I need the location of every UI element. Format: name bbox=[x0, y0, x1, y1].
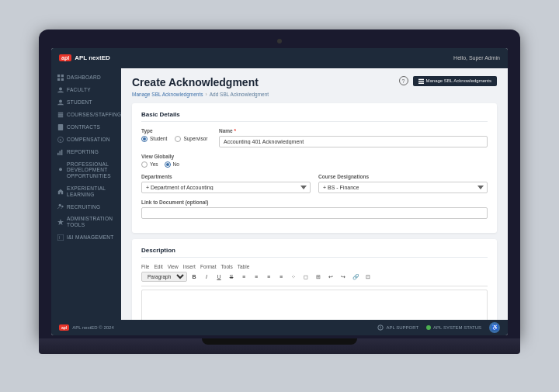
svg-rect-23 bbox=[418, 78, 424, 79]
list-number-button[interactable]: ◻ bbox=[300, 272, 311, 283]
bottom-bar: apl APL nextED © 2024 APL SUPPORT APL SY… bbox=[51, 320, 508, 335]
type-supervisor-radio[interactable] bbox=[175, 136, 181, 142]
view-globally-label: View Globally bbox=[141, 154, 211, 159]
type-group: Type Student Supervisor bbox=[141, 128, 211, 142]
menu-view[interactable]: View bbox=[168, 264, 179, 269]
name-required: * bbox=[234, 128, 237, 134]
align-left-button[interactable]: ≡ bbox=[238, 272, 249, 283]
link-group: Link to Document (optional) bbox=[141, 199, 488, 219]
footer-links: APL SUPPORT APL SYSTEM STATUS ♿ bbox=[377, 322, 500, 333]
sidebar: Dashboard Faculty Student Courses/S bbox=[51, 68, 121, 320]
content-area: Create Acknowledgment ? Manage SBL Ackno… bbox=[121, 68, 508, 320]
accessibility-button[interactable]: ♿ bbox=[489, 322, 500, 333]
bold-button[interactable]: B bbox=[189, 272, 200, 283]
type-supervisor-option[interactable]: Supervisor bbox=[175, 136, 207, 142]
footer-logo: apl APL nextED © 2024 bbox=[59, 324, 114, 331]
sidebar-item-compensation[interactable]: $ Compensation bbox=[51, 134, 121, 146]
menu-format[interactable]: Format bbox=[200, 264, 217, 269]
sidebar-label-iai: I&I Management bbox=[67, 234, 114, 241]
basic-details-card: Basic Details Type Student bbox=[132, 103, 497, 233]
help-icon[interactable]: ? bbox=[399, 76, 408, 85]
svg-rect-7 bbox=[58, 114, 63, 116]
description-title: Description bbox=[141, 247, 488, 258]
dept-course-row: Departments + Department of Accounting C… bbox=[141, 174, 488, 193]
undo-button[interactable]: ↩ bbox=[325, 272, 336, 283]
top-bar: apl APL nextED Hello, Super Admin bbox=[51, 48, 508, 68]
image-button[interactable]: ⊡ bbox=[363, 272, 373, 283]
view-globally-group: View Globally Yes No bbox=[141, 154, 211, 168]
italic-button[interactable]: I bbox=[201, 272, 212, 283]
globally-no-option[interactable]: No bbox=[165, 161, 179, 168]
sidebar-item-admin[interactable]: Administration Tools bbox=[51, 213, 121, 231]
manage-button-label: Manage SBL Acknowledgments bbox=[426, 78, 492, 83]
indent-button[interactable]: ⊞ bbox=[313, 272, 324, 283]
sidebar-item-dashboard[interactable]: Dashboard bbox=[51, 71, 121, 84]
name-label: Name * bbox=[219, 128, 488, 134]
svg-rect-25 bbox=[418, 82, 424, 83]
description-card: Description File Edit View Insert Format… bbox=[132, 239, 497, 320]
svg-point-5 bbox=[59, 99, 62, 102]
globally-yes-option[interactable]: Yes bbox=[141, 161, 158, 168]
svg-rect-11 bbox=[59, 127, 62, 127]
sidebar-item-experiential[interactable]: Experiential Learning bbox=[51, 182, 121, 201]
align-right-button[interactable]: ≡ bbox=[263, 272, 274, 283]
globally-no-label: No bbox=[173, 161, 179, 167]
svg-text:$: $ bbox=[60, 137, 62, 141]
description-editor[interactable] bbox=[141, 290, 488, 320]
sidebar-label-reporting: Reporting bbox=[67, 149, 99, 155]
breadcrumb-current: Add SBL Acknowledgment bbox=[210, 92, 269, 97]
sidebar-label-student: Student bbox=[67, 99, 92, 106]
sidebar-label-recruiting: Recruiting bbox=[67, 204, 100, 210]
globally-yes-radio[interactable] bbox=[141, 161, 148, 168]
menu-table[interactable]: Table bbox=[238, 264, 250, 269]
name-input[interactable] bbox=[219, 136, 488, 147]
sidebar-item-professional[interactable]: Professional Development Opportunities bbox=[51, 158, 121, 182]
sidebar-item-reporting[interactable]: Reporting bbox=[51, 146, 121, 158]
system-status-label: APL SYSTEM STATUS bbox=[433, 325, 481, 330]
description-toolbar: Paragraph B I U S ≡ ≡ ≡ ≡ ⁘ bbox=[141, 272, 488, 286]
basic-details-title: Basic Details bbox=[141, 111, 488, 122]
sidebar-item-contracts[interactable]: Contracts bbox=[51, 121, 121, 134]
type-student-radio[interactable] bbox=[141, 136, 148, 142]
svg-rect-2 bbox=[57, 78, 60, 80]
breadcrumb: Manage SBL Acknowledgments › Add SBL Ack… bbox=[132, 92, 497, 97]
link-input[interactable] bbox=[141, 207, 488, 219]
paragraph-select[interactable]: Paragraph bbox=[141, 272, 187, 282]
sidebar-item-iai[interactable]: i I&I Management bbox=[51, 231, 121, 244]
svg-point-20 bbox=[61, 206, 63, 207]
sidebar-item-courses[interactable]: Courses/Staffing bbox=[51, 109, 121, 121]
sidebar-item-faculty[interactable]: Faculty bbox=[51, 84, 121, 96]
align-center-button[interactable]: ≡ bbox=[251, 272, 262, 283]
laptop-base bbox=[39, 338, 520, 354]
strikethrough-button[interactable]: S bbox=[226, 272, 237, 283]
align-justify-button[interactable]: ≡ bbox=[276, 272, 286, 283]
redo-button[interactable]: ↪ bbox=[338, 272, 349, 283]
departments-select[interactable]: + Department of Accounting bbox=[141, 182, 311, 193]
link-button[interactable]: 🔗 bbox=[350, 272, 361, 283]
system-status-link[interactable]: APL SYSTEM STATUS bbox=[426, 325, 481, 330]
globally-no-radio[interactable] bbox=[165, 161, 171, 168]
svg-point-19 bbox=[59, 204, 61, 206]
menu-edit[interactable]: Edit bbox=[154, 264, 162, 269]
underline-button[interactable]: U bbox=[214, 272, 224, 283]
course-designations-select[interactable]: + BS - Finance bbox=[318, 182, 488, 193]
list-bullet-button[interactable]: ⁘ bbox=[288, 272, 299, 283]
name-group: Name * bbox=[219, 128, 488, 147]
type-student-option[interactable]: Student bbox=[141, 136, 167, 142]
svg-rect-6 bbox=[58, 112, 63, 113]
manage-button[interactable]: Manage SBL Acknowledgments bbox=[413, 76, 498, 86]
svg-rect-17 bbox=[61, 149, 63, 154]
sidebar-label-experiential: Experiential Learning bbox=[67, 186, 115, 198]
support-link[interactable]: APL SUPPORT bbox=[377, 324, 418, 331]
type-supervisor-label: Supervisor bbox=[183, 136, 207, 141]
sidebar-label-compensation: Compensation bbox=[67, 137, 110, 143]
link-row: Link to Document (optional) bbox=[141, 199, 488, 219]
app-logo: apl APL nextED bbox=[59, 54, 110, 61]
type-student-label: Student bbox=[150, 136, 167, 141]
menu-tools[interactable]: Tools bbox=[221, 264, 233, 269]
sidebar-item-student[interactable]: Student bbox=[51, 96, 121, 109]
breadcrumb-link-1[interactable]: Manage SBL Acknowledgments bbox=[132, 92, 203, 97]
menu-file[interactable]: File bbox=[141, 264, 149, 269]
menu-insert[interactable]: Insert bbox=[183, 264, 196, 269]
sidebar-item-recruiting[interactable]: Recruiting bbox=[51, 200, 121, 213]
